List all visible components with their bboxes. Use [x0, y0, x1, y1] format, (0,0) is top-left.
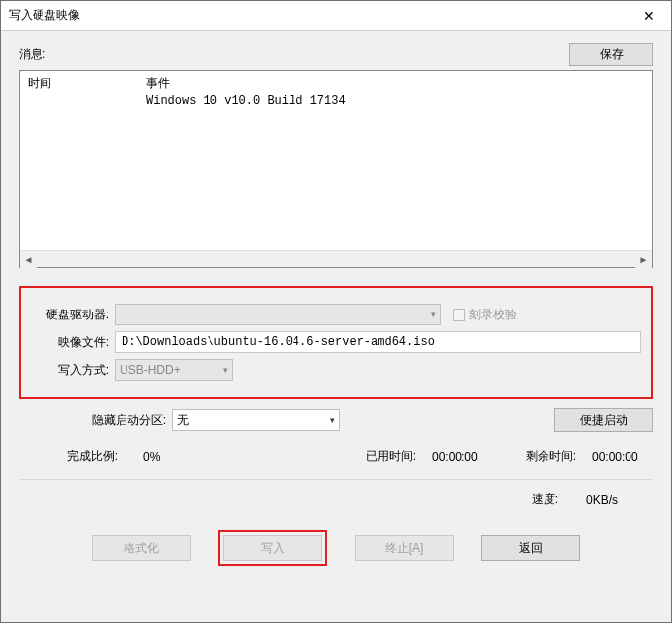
write-method-value: USB-HDD+ [120, 363, 181, 377]
remain-label: 剩余时间: [507, 448, 576, 465]
log-cell-event: Windows 10 v10.0 Build 17134 [146, 94, 644, 108]
return-button[interactable]: 返回 [481, 535, 580, 561]
close-button[interactable]: ✕ [627, 1, 671, 31]
checkbox-box-icon [453, 309, 465, 321]
abort-button[interactable]: 终止[A] [355, 535, 454, 561]
close-icon: ✕ [643, 8, 655, 24]
elapsed-value: 00:00:00 [416, 450, 507, 464]
image-file-value: D:\Downloads\ubuntu-16.04.6-server-amd64… [122, 335, 435, 349]
stats-row: 完成比例: 0% 已用时间: 00:00:00 剩余时间: 00:00:00 [19, 448, 653, 465]
titlebar: 写入硬盘映像 ✕ [1, 1, 671, 31]
chevron-down-icon: ▾ [223, 365, 228, 375]
message-label: 消息: [19, 46, 569, 63]
window-title: 写入硬盘映像 [9, 7, 627, 24]
speed-row: 速度: 0KB/s [19, 491, 653, 508]
format-button[interactable]: 格式化 [92, 535, 191, 561]
log-row: Windows 10 v10.0 Build 17134 [28, 94, 644, 108]
content-area: 消息: 保存 时间 事件 Windows 10 v10.0 Build 1713… [1, 31, 671, 622]
log-panel: 时间 事件 Windows 10 v10.0 Build 17134 ◄ ► [19, 70, 653, 268]
hidden-boot-value: 无 [177, 412, 189, 429]
scroll-left-icon: ◄ [20, 251, 37, 268]
scroll-track [37, 251, 635, 267]
progress-value: 0% [118, 450, 197, 464]
write-button-highlight: 写入 [218, 530, 327, 566]
write-button[interactable]: 写入 [223, 535, 322, 561]
write-method-combo[interactable]: USB-HDD+ ▾ [115, 359, 233, 381]
remain-value: 00:00:00 [576, 450, 653, 464]
image-file-field[interactable]: D:\Downloads\ubuntu-16.04.6-server-amd64… [115, 331, 641, 353]
log-body: Windows 10 v10.0 Build 17134 [20, 94, 652, 250]
log-header: 时间 事件 [20, 71, 652, 94]
progress-label: 完成比例: [19, 448, 118, 465]
chevron-down-icon: ▾ [431, 310, 436, 319]
divider [19, 479, 653, 480]
quick-boot-button[interactable]: 便捷启动 [554, 408, 653, 432]
log-col-event: 事件 [146, 75, 644, 92]
hidden-boot-row: 隐藏启动分区: 无 ▾ 便捷启动 [19, 408, 653, 432]
verify-checkbox[interactable]: 刻录校验 [453, 307, 517, 323]
method-row: 写入方式: USB-HDD+ ▾ [31, 359, 641, 381]
drive-row: 硬盘驱动器: ▾ 刻录校验 [31, 304, 641, 325]
speed-label: 速度: [532, 491, 558, 508]
message-row: 消息: 保存 [19, 43, 653, 66]
drive-label: 硬盘驱动器: [31, 307, 115, 323]
chevron-down-icon: ▾ [330, 415, 335, 425]
horizontal-scrollbar[interactable]: ◄ ► [20, 250, 652, 267]
action-buttons: 格式化 写入 终止[A] 返回 [19, 530, 653, 566]
image-label: 映像文件: [31, 334, 115, 351]
log-col-time: 时间 [28, 75, 146, 92]
log-cell-time [28, 94, 146, 108]
image-row: 映像文件: D:\Downloads\ubuntu-16.04.6-server… [31, 331, 641, 353]
save-button[interactable]: 保存 [569, 43, 653, 66]
write-disk-image-dialog: 写入硬盘映像 ✕ 消息: 保存 时间 事件 Windows 10 v10.0 B… [0, 0, 672, 623]
hidden-boot-label: 隐藏启动分区: [19, 412, 172, 429]
elapsed-label: 已用时间: [347, 448, 416, 465]
scroll-right-icon: ► [635, 251, 652, 268]
method-label: 写入方式: [31, 362, 115, 379]
verify-label: 刻录校验 [469, 307, 517, 323]
drive-combo[interactable]: ▾ [115, 304, 441, 325]
hidden-boot-combo[interactable]: 无 ▾ [172, 409, 340, 431]
speed-value: 0KB/s [586, 493, 645, 507]
highlighted-settings: 硬盘驱动器: ▾ 刻录校验 映像文件: D:\Downloads\ubuntu-… [19, 286, 653, 399]
